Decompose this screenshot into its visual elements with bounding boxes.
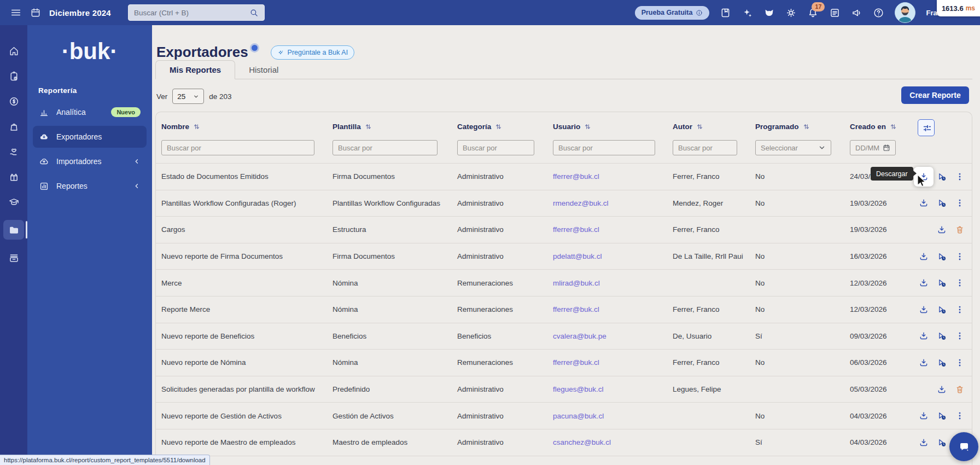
ai-sparkle-icon bbox=[277, 49, 284, 56]
filter-date-creado-en[interactable]: DD/MM/YYYY bbox=[850, 140, 896, 155]
user-email-link[interactable]: fferrer@buk.cl bbox=[547, 172, 667, 181]
download-button[interactable] bbox=[937, 225, 947, 235]
global-search-input[interactable]: Buscar (Ctrl + B) bbox=[128, 4, 265, 21]
user-email-link[interactable]: csanchez@buk.cl bbox=[547, 438, 667, 446]
free-trial-button[interactable]: Prueba Gratuita bbox=[635, 6, 710, 20]
download-button[interactable] bbox=[919, 305, 929, 315]
row-menu-button[interactable] bbox=[955, 198, 965, 208]
user-email-link[interactable]: cvalera@buk.pe bbox=[547, 332, 667, 340]
row-menu-button[interactable] bbox=[955, 252, 965, 261]
filter-input-categoría[interactable]: Buscar por bbox=[457, 140, 534, 155]
gear-icon[interactable] bbox=[785, 7, 797, 19]
bell-icon[interactable]: 17 bbox=[807, 7, 819, 19]
page-size-select[interactable]: 25 bbox=[172, 89, 204, 104]
column-header-nombre[interactable]: Nombre bbox=[156, 119, 327, 133]
book-icon[interactable] bbox=[720, 7, 731, 19]
download-button[interactable] bbox=[919, 438, 929, 447]
hamburger-menu-icon[interactable] bbox=[10, 7, 22, 19]
create-report-button[interactable]: Crear Reporte bbox=[901, 86, 969, 104]
schedule-run-button[interactable] bbox=[937, 305, 947, 315]
rail-item-money[interactable] bbox=[3, 94, 24, 108]
download-button[interactable] bbox=[937, 385, 947, 394]
download-button[interactable] bbox=[919, 411, 929, 421]
column-header-usuario[interactable]: Usuario bbox=[547, 119, 667, 133]
tab-historial[interactable]: Historial bbox=[235, 60, 292, 79]
help-icon[interactable] bbox=[873, 7, 884, 19]
rail-item-folder[interactable] bbox=[3, 220, 24, 240]
user-avatar[interactable] bbox=[895, 2, 915, 23]
schedule-run-button[interactable] bbox=[937, 172, 947, 182]
schedule-run-button[interactable] bbox=[937, 438, 947, 447]
sidebar-item-analítica[interactable]: AnalíticaNuevo bbox=[33, 101, 147, 123]
row-actions bbox=[911, 278, 972, 288]
download-button[interactable] bbox=[919, 331, 929, 341]
filter-placeholder: Buscar por bbox=[338, 144, 432, 152]
user-email-link[interactable]: fferrer@buk.cl bbox=[547, 225, 667, 234]
delete-button[interactable] bbox=[955, 385, 965, 394]
report-name: Reporte Merce bbox=[156, 305, 327, 313]
schedule-run-button[interactable] bbox=[937, 331, 947, 341]
sidebar-item-importadores[interactable]: Importadores bbox=[33, 150, 147, 172]
user-email-link[interactable]: rmendez@buk.cl bbox=[547, 199, 667, 207]
fox-icon[interactable] bbox=[763, 7, 775, 19]
created-date: 16/03/2026 bbox=[844, 252, 911, 260]
period-label[interactable]: Diciembre 2024 bbox=[49, 8, 111, 18]
rail-item-education[interactable] bbox=[3, 195, 24, 209]
download-button[interactable] bbox=[919, 198, 929, 208]
user-email-link[interactable]: pdelatt@buk.cl bbox=[547, 252, 667, 260]
row-menu-button[interactable] bbox=[955, 278, 965, 288]
rail-item-bag[interactable] bbox=[3, 119, 24, 133]
download-button-hovered[interactable] bbox=[914, 167, 934, 187]
scheduled-flag: No bbox=[750, 199, 844, 207]
user-email-link[interactable]: flegues@buk.cl bbox=[547, 385, 667, 393]
schedule-run-button[interactable] bbox=[937, 411, 947, 421]
filter-select-programado[interactable]: Seleccionar bbox=[755, 140, 831, 155]
download-button[interactable] bbox=[919, 172, 929, 182]
download-button[interactable] bbox=[919, 358, 929, 368]
column-header-programado[interactable]: Programado bbox=[750, 119, 844, 133]
user-email-link[interactable]: pacuna@buk.cl bbox=[547, 412, 667, 420]
chat-widget-button[interactable] bbox=[949, 432, 978, 461]
delete-button[interactable] bbox=[955, 225, 965, 235]
filter-input-autor[interactable]: Buscar por bbox=[673, 140, 737, 155]
rail-item-gift[interactable] bbox=[3, 170, 24, 184]
row-menu-button[interactable] bbox=[955, 305, 965, 315]
filter-input-usuario[interactable]: Buscar por bbox=[553, 140, 655, 155]
sidebar-item-reportes[interactable]: Reportes bbox=[33, 175, 147, 197]
rail-item-hand-heart[interactable] bbox=[3, 144, 24, 159]
ask-buk-ai-button[interactable]: Pregúntale a Buk AI bbox=[271, 45, 355, 60]
calendar-icon[interactable] bbox=[30, 7, 41, 18]
rail-item-archive[interactable] bbox=[3, 251, 24, 265]
sparkles-icon[interactable] bbox=[742, 7, 753, 19]
user-email-link[interactable]: mlirad@buk.cl bbox=[547, 279, 667, 287]
schedule-run-button[interactable] bbox=[937, 252, 947, 261]
row-menu-button[interactable] bbox=[955, 331, 965, 341]
search-icon[interactable] bbox=[249, 8, 259, 18]
schedule-run-button[interactable] bbox=[937, 198, 947, 208]
row-menu-button[interactable] bbox=[955, 358, 965, 368]
report-name: Solicitudes generadas por plantilla de w… bbox=[156, 385, 327, 393]
perf-unit: ms bbox=[966, 4, 975, 12]
rail-item-home[interactable] bbox=[3, 44, 24, 58]
filter-input-nombre[interactable]: Buscar por bbox=[161, 140, 314, 155]
sidebar-item-exportadores[interactable]: Exportadores bbox=[33, 126, 147, 148]
column-settings-button[interactable] bbox=[918, 119, 935, 136]
megaphone-icon[interactable] bbox=[851, 7, 862, 19]
schedule-run-button[interactable] bbox=[937, 358, 947, 368]
filter-input-plantilla[interactable]: Buscar por bbox=[332, 140, 438, 155]
notes-icon[interactable] bbox=[829, 7, 841, 19]
download-button[interactable] bbox=[919, 252, 929, 261]
rail-item-clipboard[interactable] bbox=[3, 69, 24, 83]
user-email-link[interactable]: fferrer@buk.cl bbox=[547, 305, 667, 313]
schedule-run-button[interactable] bbox=[937, 278, 947, 288]
column-header-plantilla[interactable]: Plantilla bbox=[327, 119, 452, 133]
download-button[interactable] bbox=[919, 278, 929, 288]
tab-mis-reportes[interactable]: Mis Reportes bbox=[155, 60, 235, 79]
row-menu-button[interactable] bbox=[955, 172, 965, 182]
column-header-creado-en[interactable]: Creado en bbox=[844, 119, 911, 133]
row-menu-button[interactable] bbox=[955, 411, 965, 421]
column-header-autor[interactable]: Autor bbox=[667, 119, 750, 133]
user-email-link[interactable]: fferrer@buk.cl bbox=[547, 358, 667, 367]
column-header-categoría[interactable]: Categoría bbox=[452, 119, 547, 133]
info-icon bbox=[696, 9, 703, 16]
